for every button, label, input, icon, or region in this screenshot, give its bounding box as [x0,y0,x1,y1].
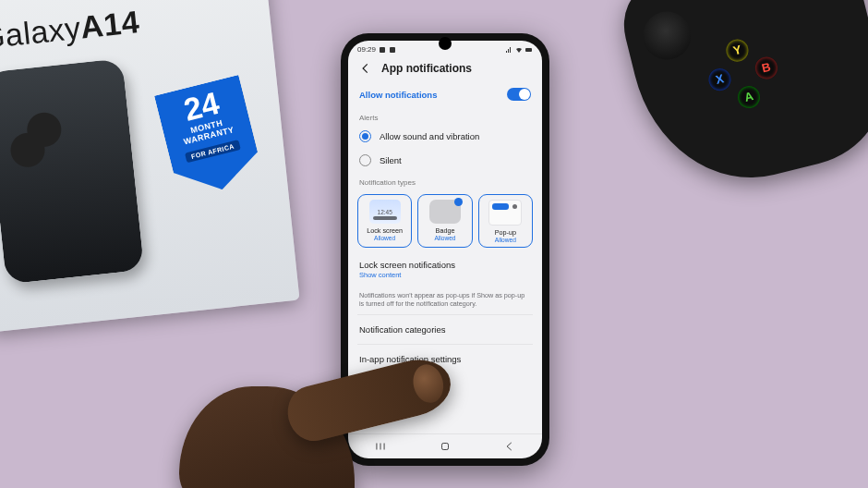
box-model: A14 [78,4,140,44]
phone-screen: 09:29 App notifications Allow notificati… [348,41,542,458]
alerts-section-label: Alerts [357,109,533,123]
svg-rect-3 [442,444,449,450]
tile-popup[interactable]: Pop-up Allowed [478,194,533,248]
row-title: In-app notification settings [359,354,531,364]
controller-b-button: B [753,55,779,81]
page-title: App notifications [381,62,472,75]
radio-icon [359,154,371,166]
tile-badge-preview [429,200,461,224]
controller-stick [638,6,696,65]
game-controller: Y X B A [615,0,868,201]
page-header: App notifications [348,56,542,82]
status-wifi-icon [515,46,523,54]
alert-sound-option[interactable]: Allow sound and vibration [357,126,533,147]
settings-page[interactable]: Allow notifications Alerts Allow sound a… [348,82,542,433]
tile-label: Lock screen [367,226,403,235]
system-nav-bar [348,433,542,458]
row-title: Notification categories [359,324,531,335]
status-app-icon [389,46,396,54]
alert-sound-label: Allow sound and vibration [380,131,479,141]
tile-status: Allowed [374,235,395,241]
divider [357,344,533,345]
warranty-badge: 24 MONTH WARRANTY FOR AFRICA [154,75,264,200]
notification-type-tiles: 12:45 Lock screen Allowed Badge Allowed … [357,190,533,251]
status-time: 09:29 [357,45,376,54]
allow-notifications-row[interactable]: Allow notifications [357,82,533,106]
nav-recents-icon[interactable] [374,440,387,453]
nav-home-icon[interactable] [439,440,452,453]
tile-label: Pop-up [495,228,516,237]
svg-rect-0 [380,47,385,53]
allow-notifications-label: Allow notifications [359,90,437,100]
row-title: Lock screen notifications [359,260,531,270]
controller-y-button: Y [724,37,751,64]
back-icon[interactable] [359,62,372,75]
phone-camera-notch [439,37,452,50]
status-battery-icon [525,46,533,54]
types-section-label: Notification types [357,174,533,188]
tile-badge[interactable]: Badge Allowed [417,194,472,248]
tile-popup-preview [488,200,522,226]
row-subtitle: Show content [359,271,531,279]
nav-back-icon[interactable] [503,440,516,453]
status-app-icon [379,46,386,54]
tile-status: Allowed [495,237,516,243]
product-box: GalaxyA14 24 MONTH WARRANTY FOR AFRICA [0,0,300,333]
popup-note: Notifications won't appear as pop-ups if… [357,287,533,311]
box-brand: Galaxy [0,10,82,55]
tile-label: Badge [436,226,455,235]
in-app-settings-row[interactable]: In-app notification settings [357,348,533,370]
svg-rect-1 [390,47,395,53]
alert-silent-option[interactable]: Silent [357,150,533,171]
status-signal-icon [505,46,512,54]
phone: 09:29 App notifications Allow notificati… [341,33,549,466]
allow-notifications-toggle[interactable] [507,88,531,101]
svg-rect-2 [525,48,532,52]
controller-a-button: A [735,84,762,111]
tile-lock-screen[interactable]: 12:45 Lock screen Allowed [357,194,412,248]
alert-silent-label: Silent [380,155,402,165]
lock-screen-notifications-row[interactable]: Lock screen notifications Show content [357,254,533,285]
tile-lock-preview: 12:45 [369,200,401,224]
tile-status: Allowed [434,235,455,241]
divider [357,314,533,315]
controller-x-button: X [706,67,733,93]
notification-categories-row[interactable]: Notification categories [357,319,533,340]
product-box-title: GalaxyA14 [0,0,259,56]
radio-icon [359,130,371,142]
product-box-photo [0,58,144,284]
